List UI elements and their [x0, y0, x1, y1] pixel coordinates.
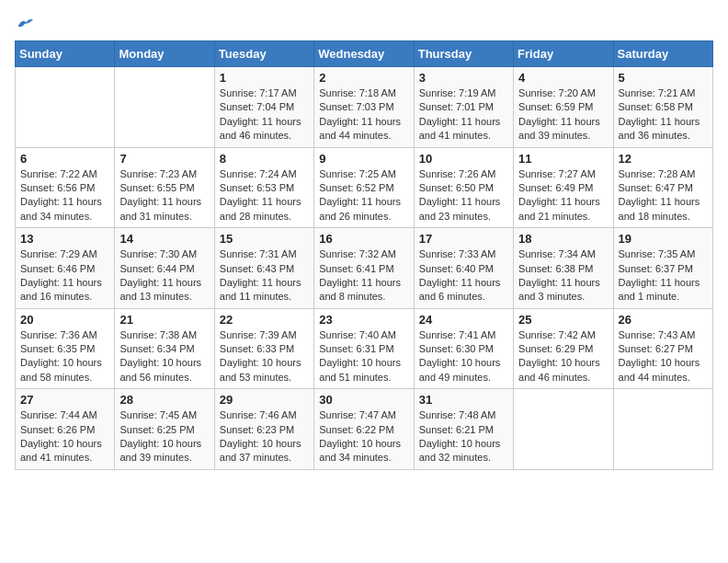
- calendar-cell: 12Sunrise: 7:28 AMSunset: 6:47 PMDayligh…: [613, 147, 712, 228]
- day-number: 24: [419, 313, 508, 327]
- day-number: 10: [419, 152, 508, 166]
- day-info: Sunrise: 7:22 AMSunset: 6:56 PMDaylight:…: [20, 167, 109, 224]
- day-number: 30: [319, 393, 408, 407]
- weekday-header-wednesday: Wednesday: [314, 41, 414, 67]
- day-number: 29: [220, 393, 309, 407]
- day-number: 27: [20, 393, 109, 407]
- day-info: Sunrise: 7:32 AMSunset: 6:41 PMDaylight:…: [319, 247, 408, 304]
- calendar-cell: 11Sunrise: 7:27 AMSunset: 6:49 PMDayligh…: [514, 147, 613, 228]
- weekday-header-friday: Friday: [514, 41, 613, 67]
- day-info: Sunrise: 7:41 AMSunset: 6:30 PMDaylight:…: [419, 328, 508, 385]
- day-number: 9: [319, 152, 408, 166]
- day-number: 20: [20, 313, 109, 327]
- day-number: 17: [419, 232, 508, 246]
- day-number: 1: [220, 71, 309, 85]
- day-info: Sunrise: 7:39 AMSunset: 6:33 PMDaylight:…: [220, 328, 309, 385]
- calendar-cell: 9Sunrise: 7:25 AMSunset: 6:52 PMDaylight…: [314, 147, 414, 228]
- day-number: 23: [319, 313, 408, 327]
- calendar-cell: 14Sunrise: 7:30 AMSunset: 6:44 PMDayligh…: [115, 228, 214, 309]
- weekday-header-tuesday: Tuesday: [214, 41, 313, 67]
- day-number: 14: [119, 232, 209, 246]
- calendar-cell: [613, 389, 712, 470]
- logo: [15, 15, 33, 31]
- calendar-cell: 10Sunrise: 7:26 AMSunset: 6:50 PMDayligh…: [414, 147, 513, 228]
- calendar-cell: 1Sunrise: 7:17 AMSunset: 7:04 PMDaylight…: [214, 67, 313, 148]
- day-number: 25: [518, 313, 608, 327]
- day-number: 18: [518, 232, 608, 246]
- calendar-cell: 22Sunrise: 7:39 AMSunset: 6:33 PMDayligh…: [214, 308, 313, 389]
- weekday-header-monday: Monday: [115, 41, 214, 67]
- calendar-cell: 19Sunrise: 7:35 AMSunset: 6:37 PMDayligh…: [613, 228, 712, 309]
- day-info: Sunrise: 7:42 AMSunset: 6:29 PMDaylight:…: [518, 328, 608, 385]
- day-info: Sunrise: 7:25 AMSunset: 6:52 PMDaylight:…: [319, 167, 408, 224]
- calendar-cell: [514, 389, 613, 470]
- day-info: Sunrise: 7:44 AMSunset: 6:26 PMDaylight:…: [20, 408, 109, 465]
- day-number: 22: [220, 313, 309, 327]
- day-number: 3: [419, 71, 508, 85]
- day-number: 4: [518, 71, 608, 85]
- day-number: 13: [20, 232, 109, 246]
- day-info: Sunrise: 7:28 AMSunset: 6:47 PMDaylight:…: [619, 167, 708, 224]
- calendar-cell: 21Sunrise: 7:38 AMSunset: 6:34 PMDayligh…: [115, 308, 214, 389]
- day-info: Sunrise: 7:47 AMSunset: 6:22 PMDaylight:…: [319, 408, 408, 465]
- day-info: Sunrise: 7:24 AMSunset: 6:53 PMDaylight:…: [220, 167, 309, 224]
- day-number: 12: [619, 152, 708, 166]
- day-number: 2: [319, 71, 408, 85]
- calendar-cell: 7Sunrise: 7:23 AMSunset: 6:55 PMDaylight…: [115, 147, 214, 228]
- day-number: 16: [319, 232, 408, 246]
- day-info: Sunrise: 7:46 AMSunset: 6:23 PMDaylight:…: [220, 408, 309, 465]
- calendar-cell: 27Sunrise: 7:44 AMSunset: 6:26 PMDayligh…: [16, 389, 115, 470]
- day-info: Sunrise: 7:34 AMSunset: 6:38 PMDaylight:…: [518, 247, 608, 304]
- calendar-cell: 25Sunrise: 7:42 AMSunset: 6:29 PMDayligh…: [514, 308, 613, 389]
- calendar-cell: 6Sunrise: 7:22 AMSunset: 6:56 PMDaylight…: [16, 147, 115, 228]
- calendar-cell: 29Sunrise: 7:46 AMSunset: 6:23 PMDayligh…: [214, 389, 313, 470]
- day-info: Sunrise: 7:38 AMSunset: 6:34 PMDaylight:…: [119, 328, 209, 385]
- day-info: Sunrise: 7:48 AMSunset: 6:21 PMDaylight:…: [419, 408, 508, 465]
- day-info: Sunrise: 7:29 AMSunset: 6:46 PMDaylight:…: [20, 247, 109, 304]
- day-info: Sunrise: 7:17 AMSunset: 7:04 PMDaylight:…: [220, 86, 309, 144]
- day-info: Sunrise: 7:40 AMSunset: 6:31 PMDaylight:…: [319, 328, 408, 385]
- calendar-cell: 16Sunrise: 7:32 AMSunset: 6:41 PMDayligh…: [314, 228, 414, 309]
- weekday-header-saturday: Saturday: [613, 41, 712, 67]
- logo-bird-icon: [17, 15, 33, 31]
- calendar-week-row: 27Sunrise: 7:44 AMSunset: 6:26 PMDayligh…: [16, 389, 713, 470]
- calendar-week-row: 20Sunrise: 7:36 AMSunset: 6:35 PMDayligh…: [16, 308, 713, 389]
- calendar-cell: 18Sunrise: 7:34 AMSunset: 6:38 PMDayligh…: [514, 228, 613, 309]
- day-info: Sunrise: 7:30 AMSunset: 6:44 PMDaylight:…: [119, 247, 209, 304]
- calendar-week-row: 1Sunrise: 7:17 AMSunset: 7:04 PMDaylight…: [16, 67, 713, 148]
- calendar-cell: 28Sunrise: 7:45 AMSunset: 6:25 PMDayligh…: [115, 389, 214, 470]
- calendar-cell: 4Sunrise: 7:20 AMSunset: 6:59 PMDaylight…: [514, 67, 613, 148]
- day-number: 21: [119, 313, 209, 327]
- calendar-cell: 17Sunrise: 7:33 AMSunset: 6:40 PMDayligh…: [414, 228, 513, 309]
- calendar-cell: 2Sunrise: 7:18 AMSunset: 7:03 PMDaylight…: [314, 67, 414, 148]
- day-number: 11: [518, 152, 608, 166]
- calendar-week-row: 6Sunrise: 7:22 AMSunset: 6:56 PMDaylight…: [16, 147, 713, 228]
- calendar-cell: 15Sunrise: 7:31 AMSunset: 6:43 PMDayligh…: [214, 228, 313, 309]
- day-info: Sunrise: 7:36 AMSunset: 6:35 PMDaylight:…: [20, 328, 109, 385]
- weekday-header-thursday: Thursday: [414, 41, 513, 67]
- day-info: Sunrise: 7:20 AMSunset: 6:59 PMDaylight:…: [518, 86, 608, 144]
- calendar-cell: 31Sunrise: 7:48 AMSunset: 6:21 PMDayligh…: [414, 389, 513, 470]
- day-number: 6: [20, 152, 109, 166]
- calendar-cell: 8Sunrise: 7:24 AMSunset: 6:53 PMDaylight…: [214, 147, 313, 228]
- day-info: Sunrise: 7:21 AMSunset: 6:58 PMDaylight:…: [619, 86, 708, 144]
- day-info: Sunrise: 7:18 AMSunset: 7:03 PMDaylight:…: [319, 86, 408, 144]
- weekday-header-row: SundayMondayTuesdayWednesdayThursdayFrid…: [16, 41, 713, 67]
- calendar-cell: 13Sunrise: 7:29 AMSunset: 6:46 PMDayligh…: [16, 228, 115, 309]
- day-number: 8: [220, 152, 309, 166]
- calendar-cell: 3Sunrise: 7:19 AMSunset: 7:01 PMDaylight…: [414, 67, 513, 148]
- day-number: 19: [619, 232, 708, 246]
- calendar-week-row: 13Sunrise: 7:29 AMSunset: 6:46 PMDayligh…: [16, 228, 713, 309]
- day-number: 5: [619, 71, 708, 85]
- calendar-cell: [16, 67, 115, 148]
- day-number: 26: [619, 313, 708, 327]
- calendar-cell: 30Sunrise: 7:47 AMSunset: 6:22 PMDayligh…: [314, 389, 414, 470]
- day-info: Sunrise: 7:26 AMSunset: 6:50 PMDaylight:…: [419, 167, 508, 224]
- day-info: Sunrise: 7:35 AMSunset: 6:37 PMDaylight:…: [619, 247, 708, 304]
- calendar-cell: 24Sunrise: 7:41 AMSunset: 6:30 PMDayligh…: [414, 308, 513, 389]
- day-info: Sunrise: 7:19 AMSunset: 7:01 PMDaylight:…: [419, 86, 508, 144]
- day-info: Sunrise: 7:33 AMSunset: 6:40 PMDaylight:…: [419, 247, 508, 304]
- calendar-table: SundayMondayTuesdayWednesdayThursdayFrid…: [15, 40, 713, 470]
- day-number: 28: [119, 393, 209, 407]
- day-info: Sunrise: 7:27 AMSunset: 6:49 PMDaylight:…: [518, 167, 608, 224]
